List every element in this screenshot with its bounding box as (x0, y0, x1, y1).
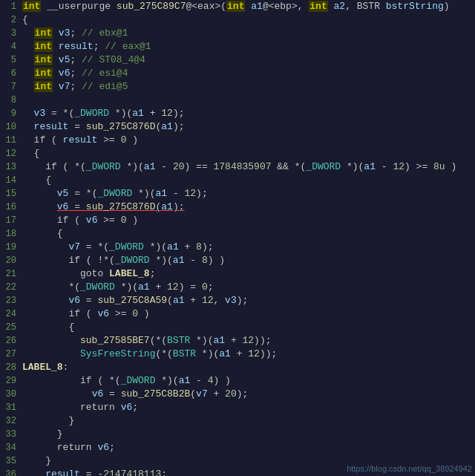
line-content-7: int v7; // edi@5 (22, 80, 475, 94)
line-content-17: if ( v6 >= 0 ) (22, 214, 475, 227)
line-content-31: return v6; (22, 401, 475, 414)
line-content-30: v6 = sub_275C8B2B(v7 + 20); (22, 388, 475, 401)
line-num-11: 11 (0, 134, 22, 147)
code-line-30: 30 v6 = sub_275C8B2B(v7 + 20); (0, 388, 475, 401)
code-line-31: 31 return v6; (0, 401, 475, 414)
code-line-14: 14 { (0, 174, 475, 187)
line-num-33: 33 (0, 428, 22, 441)
line-num-35: 35 (0, 454, 22, 468)
code-line-23: 23 v6 = sub_275C8A59(a1 + 12, v3); (0, 294, 475, 307)
line-content-8 (22, 94, 475, 107)
line-content-6: int v6; // esi@4 (22, 67, 475, 80)
line-content-15: v5 = *(_DWORD *)(a1 - 12); (22, 187, 475, 200)
code-line-21: 21 goto LABEL_8; (0, 267, 475, 281)
line-num-21: 21 (0, 267, 22, 281)
code-line-19: 19 v7 = *(_DWORD *)(a1 + 8); (0, 241, 475, 254)
line-num-26: 26 (0, 334, 22, 348)
line-content-21: goto LABEL_8; (22, 267, 475, 281)
line-num-25: 25 (0, 321, 22, 334)
line-content-34: return v6; (22, 441, 475, 454)
code-editor: 1 int __userpurge sub_275C89C7@<eax>(int… (0, 0, 475, 476)
line-content-29: if ( *(_DWORD *)(a1 - 4) ) (22, 374, 475, 388)
code-line-17: 17 if ( v6 >= 0 ) (0, 214, 475, 227)
line-content-27: SysFreeString(*(BSTR *)(a1 + 12)); (22, 348, 475, 361)
line-content-2: { (22, 13, 475, 27)
line-content-24: if ( v6 >= 0 ) (22, 307, 475, 321)
line-content-4: int result; // eax@1 (22, 40, 475, 53)
code-line-16: 16 v6 = sub_275C876D(a1); (0, 200, 475, 214)
line-content-10: result = sub_275C876D(a1); (22, 120, 475, 134)
line-content-22: *(_DWORD *)(a1 + 12) = 0; (22, 281, 475, 294)
code-line-22: 22 *(_DWORD *)(a1 + 12) = 0; (0, 281, 475, 294)
line-num-12: 12 (0, 147, 22, 160)
line-num-23: 23 (0, 294, 22, 307)
code-line-2: 2 { (0, 13, 475, 27)
code-line-3: 3 int v3; // ebx@1 (0, 27, 475, 40)
code-line-7: 7 int v7; // edi@5 (0, 80, 475, 94)
line-num-7: 7 (0, 80, 22, 94)
line-content-3: int v3; // ebx@1 (22, 27, 475, 40)
line-content-28: LABEL_8: (22, 361, 475, 374)
line-num-28: 28 (0, 361, 22, 374)
code-line-10: 10 result = sub_275C876D(a1); (0, 120, 475, 134)
watermark: https://blog.csdn.net/qq_38924942 (347, 464, 472, 473)
line-num-13: 13 (0, 160, 22, 174)
line-content-14: { (22, 174, 475, 187)
line-num-34: 34 (0, 441, 22, 454)
line-content-11: if ( result >= 0 ) (22, 134, 475, 147)
line-num-2: 2 (0, 13, 22, 27)
code-line-20: 20 if ( !*(_DWORD *)(a1 - 8) ) (0, 254, 475, 267)
line-content-13: if ( *(_DWORD *)(a1 - 20) == 1784835907 … (22, 160, 475, 174)
line-num-27: 27 (0, 348, 22, 361)
line-content-25: { (22, 321, 475, 334)
line-content-16: v6 = sub_275C876D(a1); (22, 200, 475, 214)
line-num-18: 18 (0, 227, 22, 241)
line-num-36: 36 (0, 468, 22, 476)
line-num-5: 5 (0, 53, 22, 67)
line-content-12: { (22, 147, 475, 160)
code-line-4: 4 int result; // eax@1 (0, 40, 475, 53)
line-num-20: 20 (0, 254, 22, 267)
code-line-18: 18 { (0, 227, 475, 241)
line-content-5: int v5; // ST08_4@4 (22, 53, 475, 67)
code-line-1: 1 int __userpurge sub_275C89C7@<eax>(int… (0, 0, 475, 13)
code-line-27: 27 SysFreeString(*(BSTR *)(a1 + 12)); (0, 348, 475, 361)
line-content-32: } (22, 414, 475, 428)
line-num-3: 3 (0, 27, 22, 40)
line-num-24: 24 (0, 307, 22, 321)
line-content-33: } (22, 428, 475, 441)
line-num-9: 9 (0, 107, 22, 120)
line-num-16: 16 (0, 200, 22, 214)
code-line-29: 29 if ( *(_DWORD *)(a1 - 4) ) (0, 374, 475, 388)
line-content-20: if ( !*(_DWORD *)(a1 - 8) ) (22, 254, 475, 267)
line-content-26: sub_27585BE7(*(BSTR *)(a1 + 12)); (22, 334, 475, 348)
line-num-8: 8 (0, 94, 22, 107)
code-line-25: 25 { (0, 321, 475, 334)
line-content-9: v3 = *(_DWORD *)(a1 + 12); (22, 107, 475, 120)
code-line-12: 12 { (0, 147, 475, 160)
code-line-34: 34 return v6; (0, 441, 475, 454)
code-line-32: 32 } (0, 414, 475, 428)
line-content-23: v6 = sub_275C8A59(a1 + 12, v3); (22, 294, 475, 307)
code-line-26: 26 sub_27585BE7(*(BSTR *)(a1 + 12)); (0, 334, 475, 348)
code-line-24: 24 if ( v6 >= 0 ) (0, 307, 475, 321)
code-line-5: 5 int v5; // ST08_4@4 (0, 53, 475, 67)
line-num-10: 10 (0, 120, 22, 134)
line-num-1: 1 (0, 0, 22, 13)
line-num-19: 19 (0, 241, 22, 254)
code-line-9: 9 v3 = *(_DWORD *)(a1 + 12); (0, 107, 475, 120)
line-num-6: 6 (0, 67, 22, 80)
line-num-29: 29 (0, 374, 22, 388)
line-content-19: v7 = *(_DWORD *)(a1 + 8); (22, 241, 475, 254)
line-num-4: 4 (0, 40, 22, 53)
line-num-30: 30 (0, 388, 22, 401)
line-num-31: 31 (0, 401, 22, 414)
code-line-8: 8 (0, 94, 475, 107)
code-line-15: 15 v5 = *(_DWORD *)(a1 - 12); (0, 187, 475, 200)
line-num-15: 15 (0, 187, 22, 200)
code-line-6: 6 int v6; // esi@4 (0, 67, 475, 80)
line-content-1: int __userpurge sub_275C89C7@<eax>(int a… (22, 0, 475, 13)
code-line-11: 11 if ( result >= 0 ) (0, 134, 475, 147)
code-line-33: 33 } (0, 428, 475, 441)
line-content-18: { (22, 227, 475, 241)
